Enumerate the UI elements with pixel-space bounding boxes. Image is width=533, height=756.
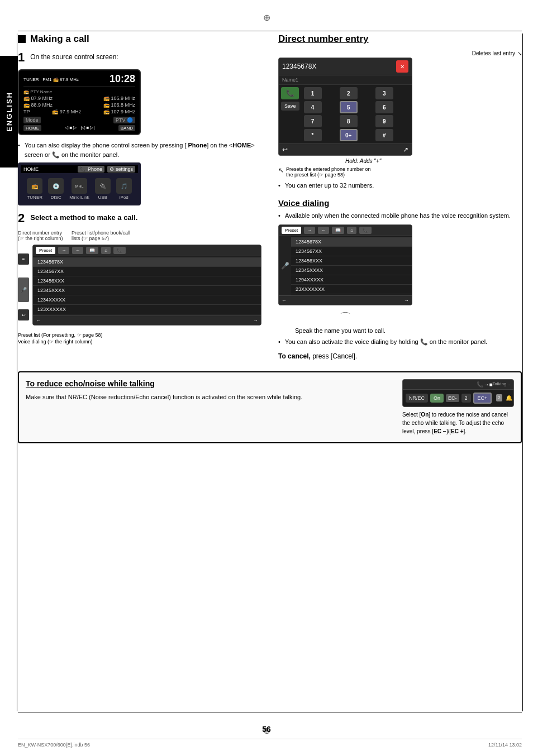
save-button[interactable]: Save bbox=[281, 102, 299, 111]
reduction-right: 📞→■ Talking... NR/EC On EC- 2 EC+ 2 🔔 bbox=[402, 379, 514, 436]
preset-item-2[interactable]: 1234567XX bbox=[33, 267, 261, 276]
key-5[interactable]: 5 bbox=[340, 101, 358, 113]
tuner-time: 10:28 bbox=[110, 73, 135, 85]
preset-tab-home[interactable]: ⌂ bbox=[101, 247, 111, 254]
voice-preset-item-3[interactable]: 123456XXX bbox=[291, 256, 412, 266]
ec-minus-label: EC- bbox=[446, 394, 459, 402]
border-top bbox=[18, 31, 522, 31]
voice-tab-preset[interactable]: Preset bbox=[282, 227, 301, 234]
preset-item-5[interactable]: 1234XXXXX bbox=[33, 295, 261, 305]
voice-footer-back: ← bbox=[282, 298, 287, 303]
hold-label: Hold: Adds "+" bbox=[345, 158, 381, 164]
home-label: HOME bbox=[23, 166, 39, 172]
voice-preset-item-6[interactable]: 23XXXXXXX bbox=[291, 285, 412, 294]
usb-icon: 🔌 bbox=[95, 178, 111, 194]
reduction-text: Make sure that NR/EC (Noise reduction/Ec… bbox=[26, 393, 391, 402]
key-3[interactable]: 3 bbox=[375, 87, 393, 99]
voice-tab-book[interactable]: 📖 bbox=[332, 227, 344, 234]
preset-tab-preset[interactable]: Preset bbox=[36, 247, 55, 254]
voice-footer-next: → bbox=[404, 298, 409, 303]
dial-name-row: Name1 bbox=[279, 75, 412, 85]
key-hash[interactable]: # bbox=[375, 129, 393, 141]
nrec-button[interactable]: NR/EC bbox=[406, 394, 428, 403]
mode-btn[interactable]: Mode bbox=[23, 117, 41, 123]
preset-item-6[interactable]: 123XXXXXX bbox=[33, 305, 261, 314]
voice-tab-home[interactable]: ⌂ bbox=[347, 227, 356, 234]
key-star[interactable]: * bbox=[304, 129, 322, 141]
curved-arrow: ⌒ bbox=[278, 310, 412, 325]
bullet1: You can also display the phone control s… bbox=[18, 141, 261, 159]
band-btn[interactable]: BAND bbox=[118, 125, 135, 131]
delete-annotation: Deletes last entry ↘ bbox=[278, 50, 522, 56]
language-sidebar: ENGLISH bbox=[0, 56, 18, 168]
tp-label: TP bbox=[23, 109, 30, 114]
voice-dialing-label: Voice dialing (☞ the right column) bbox=[18, 339, 93, 344]
preset-item-3[interactable]: 123456XXX bbox=[33, 276, 261, 286]
dial-transfer[interactable]: ↗ bbox=[403, 146, 408, 154]
key-2[interactable]: 2 bbox=[340, 87, 358, 99]
tuner-header: TUNER FM1 📻 87.9 MHz 10:28 bbox=[23, 73, 135, 87]
preset-tab-book[interactable]: 📖 bbox=[86, 247, 98, 254]
voice-preset-item-2[interactable]: 1234567XX bbox=[291, 247, 412, 256]
preset-list-annotation: Preset list (For presetting, ☞ page 58) bbox=[18, 332, 261, 338]
dial-back[interactable]: ↩ bbox=[282, 146, 288, 154]
phone-tab[interactable]: 📞 Phone bbox=[78, 166, 104, 173]
making-call-label: Making a call bbox=[30, 34, 89, 45]
settings-tab[interactable]: ⚙ settings bbox=[107, 166, 135, 173]
preset-tab-phone[interactable]: 📞 bbox=[113, 247, 126, 254]
home-icon-ipod[interactable]: 🎵 iPod bbox=[116, 178, 132, 200]
ec-plus-button[interactable]: EC+ bbox=[473, 393, 492, 404]
home-icon-tuner[interactable]: 📻 TUNER bbox=[27, 178, 42, 200]
home-btn[interactable]: HOME bbox=[23, 125, 41, 131]
freq-right-1: 📻 105.9 MHz bbox=[103, 95, 135, 101]
tuner-screen: TUNER FM1 📻 87.9 MHz 10:28 📻 PTY Name 📻 … bbox=[18, 69, 141, 135]
step2-number: 2 bbox=[18, 211, 25, 226]
sidebar-icon-back[interactable]: ↩ bbox=[18, 309, 29, 320]
sidebar-icon-mic[interactable]: 🎤 bbox=[18, 277, 29, 302]
voice-tab-phone[interactable]: 📞 bbox=[359, 227, 372, 234]
key-8[interactable]: 8 bbox=[340, 115, 358, 127]
delete-arrow: ↘ bbox=[517, 50, 522, 56]
usb-icon-label: USB bbox=[98, 195, 107, 200]
voice-preset-item-5[interactable]: 1294XXXXX bbox=[291, 275, 412, 285]
key-4[interactable]: 4 bbox=[304, 101, 322, 113]
tuner-source: TUNER FM1 📻 87.9 MHz bbox=[23, 76, 79, 82]
call-button[interactable]: 📞 bbox=[281, 87, 299, 99]
sidebar-icon-1[interactable]: ≡ bbox=[18, 253, 29, 265]
freq-left-2: 📻 88.9 MHz bbox=[23, 102, 53, 108]
mhl-icon-label: MirrorLink bbox=[69, 195, 89, 200]
freq-right-3: 📻 107.9 MHz bbox=[103, 109, 135, 114]
on-button[interactable]: On bbox=[430, 394, 444, 403]
voice-bullets: Available only when the connected mobile… bbox=[278, 211, 522, 221]
key-1[interactable]: 1 bbox=[304, 87, 322, 99]
preset-item-4[interactable]: 12345XXXX bbox=[33, 286, 261, 295]
step1-bullets: You can also display the phone control s… bbox=[18, 141, 261, 159]
preset-list-label: Preset list (For presetting, ☞ page 58) bbox=[18, 332, 103, 338]
dial-footer: ↩ ↗ bbox=[279, 143, 412, 155]
tuner-label: TUNER bbox=[23, 77, 39, 82]
preset-item-1[interactable]: 12345678X bbox=[33, 257, 261, 267]
columns-layout: Making a call 1 On the source control sc… bbox=[18, 34, 522, 360]
voice-preset-item-4[interactable]: 12345XXXX bbox=[291, 266, 412, 275]
home-icon-mhl[interactable]: MHL MirrorLink bbox=[69, 178, 89, 200]
freq-left-1: 📻 87.9 MHz bbox=[23, 95, 53, 101]
voice-preset-item-1[interactable]: 12345678X bbox=[291, 237, 412, 247]
preset-tab-arrow2[interactable]: ← bbox=[72, 247, 83, 254]
tuner-footer: HOME ◁ ■ ▷ |◁ ■ ▷| BAND bbox=[23, 125, 135, 131]
key-9[interactable]: 9 bbox=[375, 115, 393, 127]
key-6[interactable]: 6 bbox=[375, 101, 393, 113]
reg-mark-top: ⊕ bbox=[263, 12, 270, 23]
to-cancel-row: To cancel, press [Cancel]. bbox=[278, 352, 522, 360]
bottom-left-text: EN_KW-NSX700/600[E].indb 56 bbox=[18, 742, 90, 748]
dial-delete-button[interactable]: ✕ bbox=[396, 60, 408, 73]
key-0plus[interactable]: 0+ bbox=[340, 129, 358, 141]
home-icon-disc[interactable]: 💿 DISC bbox=[48, 178, 64, 200]
preset-note: Presets the entered phone number onthe p… bbox=[286, 166, 371, 178]
key-7[interactable]: 7 bbox=[304, 115, 322, 127]
pty-btn[interactable]: PTV 🔵 bbox=[113, 117, 135, 123]
home-icon-usb[interactable]: 🔌 USB bbox=[95, 178, 111, 200]
voice-tab-arrow1[interactable]: → bbox=[304, 227, 315, 234]
preset-tab-arrow1[interactable]: → bbox=[58, 247, 69, 254]
voice-tab-arrow2[interactable]: ← bbox=[318, 227, 329, 234]
dial-keypad: 📞 Save 1 2 3 4 5 6 bbox=[279, 85, 412, 143]
